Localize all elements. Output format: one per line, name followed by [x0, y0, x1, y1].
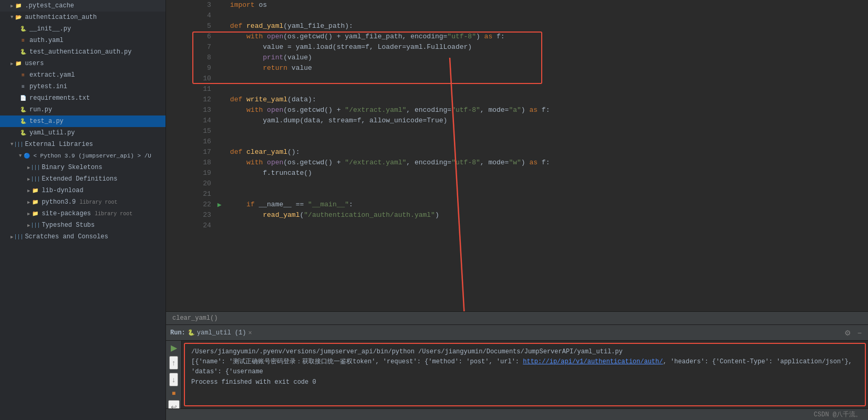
gear-button[interactable]: ⚙: [842, 328, 853, 338]
line-number: 18: [166, 158, 218, 168]
sidebar-item-label: < Python 3.9 (jumpserver_api) > /U: [33, 153, 151, 159]
chevron-right-icon: ▶: [27, 165, 30, 171]
line-number: 19: [166, 168, 218, 178]
minimize-button[interactable]: −: [855, 328, 864, 338]
sidebar-item-init-py[interactable]: 🐍 __init__.py: [0, 23, 166, 35]
code-line-19: 19 f.truncate(): [166, 168, 868, 178]
code-footer: clear_yaml(): [166, 311, 868, 324]
line-code: f.truncate(): [226, 168, 868, 178]
sidebar-item-label: extract.yaml: [29, 71, 75, 79]
sidebar-item-requirements-txt[interactable]: 📄 requirements.txt: [0, 92, 166, 104]
sidebar-item-run-py[interactable]: 🐍 run.py: [0, 104, 166, 116]
code-line-10: 10: [166, 74, 868, 84]
sidebar-item-pytest-ini[interactable]: ≡ pytest.ini: [0, 81, 166, 92]
python-pkg-icon: 🔵: [23, 152, 31, 160]
line-number: 7: [166, 42, 218, 52]
sidebar-item-label: auth.yaml: [29, 37, 64, 44]
chevron-right-icon: ▶: [27, 223, 30, 228]
line-number: 14: [166, 116, 218, 126]
run-link[interactable]: http://ip/api/v1/authentication/auth/: [523, 358, 663, 365]
run-header-left: Run: 🐍 yaml_util (1) ×: [170, 329, 252, 337]
line-number: 6: [166, 32, 218, 42]
scroll-down-button[interactable]: ↓: [169, 373, 178, 386]
chevron-right-icon: ▶: [27, 211, 30, 217]
sidebar-item-test-auth-py[interactable]: 🐍 test_authentication_auth.py: [0, 46, 166, 58]
run-output-box: /Users/jiangyumin/.pyenv/versions/jumpse…: [184, 343, 866, 406]
sidebar-item-yaml-util-py[interactable]: 🐍 yaml_util.py: [0, 127, 166, 139]
sidebar-item-label: External Libraries: [25, 141, 93, 148]
line-number: 17: [166, 147, 218, 158]
sidebar-item-scratches[interactable]: ▶ ||| Scratches and Consoles: [0, 231, 166, 243]
line-number: 9: [166, 63, 218, 74]
code-line-7: 7 value = yaml.load(stream=f, Loader=yam…: [166, 42, 868, 52]
sidebar-item-python-pkg[interactable]: ▼ 🔵 < Python 3.9 (jumpserver_api) > /U: [0, 150, 166, 162]
run-output-content[interactable]: /Users/jiangyumin/.pyenv/versions/jumpse…: [185, 344, 865, 405]
run-panel-body: ▶ ↑ ↓ ■ ↩ /Users/jiangyumin/.pyenv/versi…: [166, 341, 868, 408]
chevron-right-icon: ▶: [11, 3, 13, 9]
line-number: 20: [166, 178, 218, 189]
code-editor[interactable]: 3 import os 4 5: [166, 0, 868, 311]
sidebar-item-label: test_authentication_auth.py: [29, 48, 131, 56]
chevron-right-icon: ▶: [11, 234, 13, 240]
line-code: if __name__ == "__main__":: [226, 200, 868, 210]
sidebar-item-auth-folder[interactable]: ▼ 📂 authentication_auth: [0, 12, 166, 23]
lib-sub-icon: |||: [31, 163, 39, 172]
line-code: [226, 126, 868, 136]
sidebar-item-label: authentication_auth: [25, 14, 97, 21]
code-table: 3 import os 4 5: [166, 0, 868, 231]
scroll-up-button[interactable]: ↑: [169, 356, 178, 370]
sidebar-item-test-a-py[interactable]: 🐍 test_a.py: [0, 116, 166, 127]
line-arrow: [218, 0, 226, 10]
line-number: 8: [166, 52, 218, 63]
sidebar-item-label: test_a.py: [29, 118, 64, 125]
run-panel-sidebar: ▶ ↑ ↓ ■ ↩: [166, 341, 182, 408]
py-file-icon: 🐍: [19, 129, 27, 137]
sidebar-item-python39[interactable]: ▶ 📁 python3.9 library root: [0, 196, 166, 208]
sidebar-item-label: python3.9 library root: [42, 198, 117, 206]
status-label: CSDN @八千流。: [814, 410, 862, 419]
line-number: 16: [166, 136, 218, 147]
sidebar-item-site-packages[interactable]: ▶ 📁 site-packages library root: [0, 208, 166, 219]
chevron-down-icon: ▼: [11, 142, 13, 147]
sidebar-item-pytest-cache[interactable]: ▶ 📁 .pytest_cache: [0, 0, 166, 12]
run-play-button[interactable]: ▶: [171, 343, 177, 353]
line-code: [226, 178, 868, 189]
chevron-down-icon: ▼: [11, 15, 13, 20]
code-line-3: 3 import os: [166, 0, 868, 10]
chevron-right-icon: ▶: [11, 61, 13, 67]
wrap-button[interactable]: ↩: [168, 400, 180, 408]
status-bar: CSDN @八千流。: [166, 408, 868, 420]
sidebar-item-label: yaml_util.py: [29, 129, 75, 136]
line-code: [226, 220, 868, 231]
line-code: value = yaml.load(stream=f, Loader=yaml.…: [226, 42, 868, 52]
line-number: 22: [166, 200, 218, 210]
code-line-8: 8 print(value): [166, 52, 868, 63]
run-tab[interactable]: yaml_util (1): [197, 329, 246, 337]
sidebar-item-label: requirements.txt: [29, 94, 90, 102]
sidebar-item-users[interactable]: ▶ 📁 users: [0, 58, 166, 69]
sidebar-item-label: users: [25, 60, 44, 67]
line-code: def clear_yaml():: [226, 147, 868, 158]
sidebar-item-typeshed[interactable]: ▶ ||| Typeshed Stubs: [0, 219, 166, 231]
sidebar-item-ext-def[interactable]: ▶ ||| Extended Definitions: [0, 173, 166, 185]
run-tab-close[interactable]: ×: [248, 329, 252, 337]
code-line-22: 22 ▶ if __name__ == "__main__":: [166, 200, 868, 210]
run-cmd-line: /Users/jiangyumin/.pyenv/versions/jumpse…: [191, 347, 859, 357]
code-line-13: 13 with open(os.getcwd() + "/extract.yam…: [166, 105, 868, 116]
sidebar-item-lib-dynload[interactable]: ▶ 📁 lib-dynload: [0, 185, 166, 196]
txt-file-icon: 📄: [19, 94, 27, 102]
code-line-20: 20: [166, 178, 868, 189]
sidebar-item-ext-lib[interactable]: ▼ ||| External Libraries: [0, 139, 166, 150]
chevron-right-icon: ▶: [27, 176, 30, 182]
line-number: 10: [166, 74, 218, 84]
line-number: 12: [166, 94, 218, 105]
line-number: 21: [166, 189, 218, 200]
sidebar-item-extract-yaml[interactable]: ≡ extract.yaml: [0, 69, 166, 81]
line-code: return value: [226, 63, 868, 74]
code-line-9: 9 return value: [166, 63, 868, 74]
sidebar-item-auth-yaml[interactable]: ≡ auth.yaml: [0, 35, 166, 46]
run-stop-button[interactable]: ■: [172, 390, 175, 397]
sidebar-item-binary-skel[interactable]: ▶ ||| Binary Skeletons: [0, 162, 166, 173]
sidebar-item-label: Binary Skeletons: [42, 164, 102, 171]
folder-icon: 📁: [31, 198, 39, 206]
